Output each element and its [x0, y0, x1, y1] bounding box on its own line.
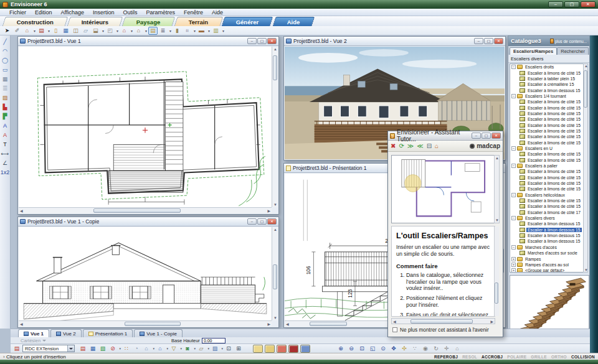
tree-expander-icon[interactable]	[511, 245, 516, 250]
stairs-properties-icon[interactable]: ▤	[78, 345, 87, 353]
layer-cube-red-hatch[interactable]	[277, 345, 287, 353]
window-tool[interactable]: ▦	[61, 27, 70, 35]
status-toggle[interactable]: GRILLE	[531, 355, 547, 359]
orbit-icon[interactable]: ↻	[432, 345, 440, 353]
assistant-titlebar[interactable]: ? Envisioneer - Assistant Tutor...	[388, 131, 503, 141]
catalog-tree-item[interactable]: Escalier à limons de côté 15	[510, 175, 584, 180]
catalog-tree-item[interactable]: <Groupe par défaut>	[510, 268, 584, 273]
no-render-icon[interactable]: ⊘	[108, 345, 117, 353]
catalog-tree-item[interactable]: Escalier à limon dessous 15	[510, 221, 584, 226]
filter-view-icon[interactable]: ▽	[169, 345, 178, 353]
building-wizard[interactable]: ⌂	[22, 27, 32, 35]
stairs-properties-icon[interactable]: ▤	[12, 345, 21, 353]
roof-tool[interactable]: ⌂	[120, 27, 129, 35]
catalog-tree-item[interactable]: Escalier à limons de côté 15	[510, 99, 584, 105]
catalog-tree-item[interactable]: Marches d'accès	[510, 245, 584, 250]
menu-item[interactable]: Affichage	[57, 9, 88, 16]
catalog-tree-item[interactable]: Marches d'accès sur socle	[510, 250, 584, 256]
wall-display-icon[interactable]: ▱	[197, 345, 206, 353]
zoom-previous-icon[interactable]: ◱	[368, 345, 377, 353]
catalog-tree-item[interactable]: Escaliers droits	[510, 64, 584, 70]
vertical-scrollbar[interactable]: ▲▼	[272, 227, 278, 320]
catalog-tree-item[interactable]: Escalier à limons de côté 15	[510, 105, 584, 110]
ceiling-tool[interactable]: ⬓	[91, 27, 100, 35]
viewtab-vue2[interactable]: Vue 2	[50, 329, 82, 337]
minimize-button[interactable]	[474, 38, 483, 44]
railing-tool[interactable]: ≣	[158, 27, 168, 35]
floor-plan-view[interactable]	[19, 47, 272, 207]
floor-tool[interactable]: ▱	[81, 27, 90, 35]
catalog-tree-item[interactable]: Escalier à tablier plein 15	[510, 76, 584, 82]
window-vue1-titlebar[interactable]: ProjetBret3.bld - Vue 1	[18, 37, 278, 46]
layer-cube-dark-red[interactable]	[288, 345, 298, 353]
maximize-button[interactable]	[564, 1, 579, 7]
status-toggle[interactable]: POLAIRE	[507, 355, 526, 359]
catalog-tree-item[interactable]: Escaliers en U	[510, 146, 584, 151]
view-3d-icon[interactable]: ▧	[98, 345, 107, 353]
image-tool[interactable]: ▨	[1, 93, 9, 101]
horizontal-scrollbar[interactable]: ◀▶	[19, 207, 272, 213]
catalog-tree-item[interactable]: Escaliers 1/4 tournant	[510, 93, 584, 99]
catalog-tree-item[interactable]: Escalier à limons de côté 15	[510, 128, 584, 134]
elevation-view[interactable]	[19, 227, 272, 320]
schedule-tool[interactable]: ☰	[1, 84, 9, 92]
window-vue1-copie-titlebar[interactable]: ProjetBret3.bld - Vue 1 - Copie	[18, 217, 278, 226]
viewtab-vue1-copie[interactable]: Vue 1 - Copie	[134, 329, 183, 337]
catalog-tree-scrollbar[interactable]: ▲▼	[583, 63, 588, 273]
chevron-down-icon[interactable]	[67, 345, 74, 352]
menu-item[interactable]: Fichier	[5, 9, 31, 16]
catalog-tab[interactable]: Escaliers/Rampes	[510, 47, 557, 55]
camera-view-icon[interactable]: ◙	[183, 345, 192, 353]
monitor-2-icon[interactable]: ⊞	[234, 345, 243, 353]
pdf-export-tool[interactable]: ▙	[1, 103, 9, 111]
tree-expander-icon[interactable]	[511, 164, 516, 168]
dimension-tool[interactable]: ⟷	[1, 149, 9, 157]
close-button[interactable]	[267, 38, 277, 44]
menu-item[interactable]: Fenêtre	[179, 9, 207, 16]
next-topic-icon[interactable]: ≫	[407, 142, 414, 149]
assistant-preview-scrollbar[interactable]: ▲▼	[494, 155, 500, 223]
export-tool[interactable]: ▛	[1, 112, 9, 120]
window-vue2-titlebar[interactable]: ProjetBret3.bld - Vue 2	[284, 37, 505, 46]
tab-generer[interactable]: Générer	[222, 17, 273, 26]
horizontal-scrollbar[interactable]: ◀▶	[19, 320, 272, 327]
close-button[interactable]	[494, 38, 503, 44]
menu-item[interactable]: Insertion	[88, 9, 119, 16]
maximize-button[interactable]	[257, 218, 267, 225]
vertical-scrollbar[interactable]: ▲▼	[272, 47, 278, 207]
tree-expander-icon[interactable]	[511, 263, 516, 267]
catalog-tree-item[interactable]: Escaliers à palier	[510, 163, 584, 169]
tree-expander-icon[interactable]	[511, 268, 516, 273]
catalog-tree-item[interactable]: Escalier à limons de côté 15	[510, 169, 584, 174]
column-tool[interactable]: ▮	[173, 27, 182, 35]
zoom-out-icon[interactable]: ⊖	[347, 345, 356, 353]
print-icon[interactable]: ⊟	[427, 142, 432, 149]
dont-show-again-checkbox[interactable]: Ne plus montrer cet assistant à l'avenir	[392, 327, 489, 333]
close-topic-icon[interactable]: ✖	[391, 142, 396, 149]
stairs-tool[interactable]: ▤	[148, 27, 158, 35]
refresh-icon[interactable]: ⟳	[399, 142, 404, 149]
catalog-tree-item[interactable]: Escalier à limons de côté 15	[510, 70, 584, 75]
status-toggle[interactable]: ORTHO	[551, 355, 567, 359]
tree-expander-icon[interactable]	[511, 65, 516, 69]
note-tool[interactable]: ▥	[211, 27, 221, 35]
catalog-tree-item[interactable]: Escalier à limons de côté 15	[510, 186, 584, 192]
model-view-icon[interactable]: ⌂	[453, 345, 462, 353]
assistant-content-scrollbar[interactable]	[494, 226, 499, 316]
status-toggle[interactable]: RESOL	[462, 355, 477, 359]
layer-cube-yellow-1[interactable]	[253, 345, 263, 353]
catalog-tree-item[interactable]: Escalier à limons de côté 15	[510, 203, 584, 209]
layer-cube-yellow-2[interactable]	[265, 345, 275, 353]
catalog-tree-item[interactable]: Escalier à limons de côté 15	[510, 151, 584, 157]
circle-tool[interactable]: ◯	[1, 56, 9, 64]
catalog-tree-item[interactable]: Escalier à limons de côté 15	[510, 134, 584, 139]
door-tool[interactable]: ▯	[51, 27, 60, 35]
status-toggle[interactable]: REPEROBJ	[434, 355, 458, 359]
catalog-tree-item[interactable]: Escalier à crémaillère 15	[510, 82, 584, 87]
maximize-button[interactable]	[257, 38, 267, 44]
select-tool[interactable]: ➤	[2, 27, 12, 35]
minimize-button[interactable]	[247, 218, 257, 225]
minimize-button[interactable]	[472, 133, 481, 139]
zoom-dynamic-icon[interactable]: ✥	[389, 345, 398, 353]
zoom-in-icon[interactable]: ⊕	[336, 345, 345, 353]
